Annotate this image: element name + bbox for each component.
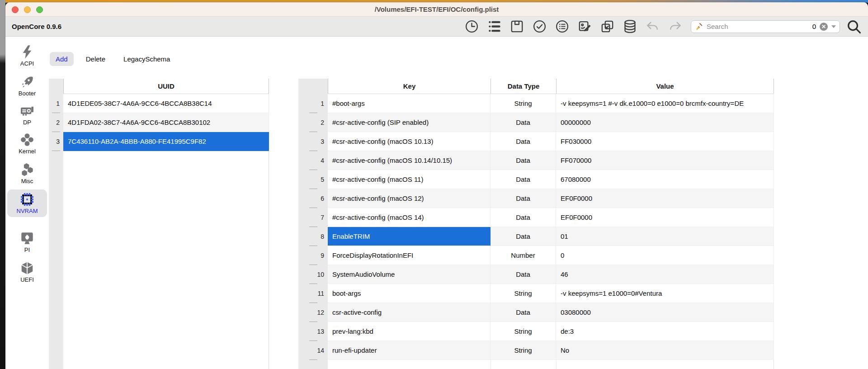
- chevron-down-icon[interactable]: [831, 25, 836, 28]
- snapshot-list-icon[interactable]: [487, 19, 502, 34]
- key-cell[interactable]: boot-args: [328, 284, 491, 303]
- value-cell[interactable]: EF0F0000: [556, 189, 774, 208]
- value-cell[interactable]: -v keepsyms=1 e1000=0#Ventura: [556, 284, 774, 303]
- nvram-table-row[interactable]: 11boot-argsString-v keepsyms=1 e1000=0#V…: [298, 284, 774, 303]
- key-cell[interactable]: #csr-active-config (macOS 14): [328, 208, 491, 227]
- uuid-table-row[interactable]: 14D1EDE05-38C7-4A6A-9CC6-4BCCA8B38C14: [49, 94, 269, 113]
- key-cell[interactable]: ForceDisplayRotationInEFI: [328, 246, 491, 265]
- value-cell[interactable]: 67080000: [556, 170, 774, 189]
- key-cell[interactable]: run-efi-updater: [328, 341, 491, 360]
- key-cell[interactable]: #csr-active-config (macOS 10.13): [328, 132, 491, 151]
- data-type-cell[interactable]: String: [491, 341, 556, 360]
- nvram-table-row[interactable]: 5#csr-active-config (macOS 11)Data670800…: [298, 170, 774, 189]
- nvram-table-row[interactable]: 7#csr-active-config (macOS 14)DataEF0F00…: [298, 208, 774, 227]
- row-number: 2: [49, 113, 63, 132]
- bolt-icon: [20, 45, 34, 59]
- value-column-header[interactable]: Value: [556, 79, 774, 94]
- save-icon[interactable]: [509, 19, 524, 34]
- key-cell[interactable]: #csr-active-config (macOS 12): [328, 189, 491, 208]
- undo-icon[interactable]: [645, 19, 660, 34]
- edit-plist-icon[interactable]: [577, 19, 592, 34]
- key-cell[interactable]: SystemAudioVolume: [328, 265, 491, 284]
- value-cell[interactable]: FF030000: [556, 132, 774, 151]
- search-input[interactable]: Search 0 ✕: [691, 20, 840, 33]
- key-cell[interactable]: csr-active-config: [328, 303, 491, 322]
- key-cell[interactable]: #csr-active-config (SIP enabled): [328, 113, 491, 132]
- key-cell[interactable]: prev-lang:kbd: [328, 322, 491, 341]
- row-number: 11: [298, 284, 328, 303]
- uuid-table-body: 14D1EDE05-38C7-4A6A-9CC6-4BCCA8B38C1424D…: [49, 94, 269, 151]
- key-cell[interactable]: #csr-active-config (macOS 10.14/10.15): [328, 151, 491, 170]
- nvram-table-row[interactable]: 9ForceDisplayRotationInEFINumber0: [298, 246, 774, 265]
- data-type-cell[interactable]: Data: [491, 208, 556, 227]
- key-column-header[interactable]: Key: [328, 79, 491, 94]
- clear-search-button[interactable]: ✕: [820, 23, 828, 31]
- data-type-cell[interactable]: Data: [491, 189, 556, 208]
- value-cell[interactable]: 03080000: [556, 303, 774, 322]
- key-cell[interactable]: #csr-active-config (macOS 11): [328, 170, 491, 189]
- sidebar-item-misc[interactable]: Misc: [7, 160, 47, 187]
- value-cell[interactable]: 01: [556, 227, 774, 246]
- tab-legacyschema[interactable]: LegacySchema: [118, 52, 176, 66]
- redo-icon[interactable]: [668, 19, 683, 34]
- sidebar-item-acpi[interactable]: ACPI: [7, 42, 47, 70]
- sidebar-item-label: DP: [23, 119, 31, 126]
- uuid-table-row[interactable]: 37C436110-AB2A-4BBB-A880-FE41995C9F82: [49, 132, 269, 151]
- sidebar-item-nvram[interactable]: NVRAM: [7, 189, 47, 217]
- uuid-column-header[interactable]: UUID: [63, 79, 269, 94]
- value-cell[interactable]: 46: [556, 265, 774, 284]
- kernel-icon: [20, 132, 34, 147]
- sidebar-item-kernel[interactable]: Kernel: [7, 130, 47, 157]
- data-type-cell[interactable]: Data: [491, 151, 556, 170]
- sidebar-item-uefi[interactable]: UEFI: [7, 258, 47, 286]
- nvram-table-row[interactable]: 2#csr-active-config (SIP enabled)Data000…: [298, 113, 774, 132]
- sync-icon[interactable]: [600, 19, 615, 34]
- uuid-table-row[interactable]: 24D1FDA02-38C7-4A6A-9CC6-4BCCA8B30102: [49, 113, 269, 132]
- titlebar: /Volumes/EFI-TEST/EFI/OC/config.plist: [5, 2, 868, 17]
- nvram-table-row[interactable]: 4#csr-active-config (macOS 10.14/10.15)D…: [298, 151, 774, 170]
- nvram-table-row[interactable]: 8EnableTRIMData01: [298, 227, 774, 246]
- nvram-table-row[interactable]: 10SystemAudioVolumeData46: [298, 265, 774, 284]
- data-type-cell[interactable]: Data: [491, 132, 556, 151]
- uuid-cell[interactable]: 4D1EDE05-38C7-4A6A-9CC6-4BCCA8B38C14: [63, 94, 269, 113]
- data-type-cell[interactable]: String: [491, 322, 556, 341]
- data-type-cell[interactable]: Number: [491, 246, 556, 265]
- data-type-cell[interactable]: Data: [491, 265, 556, 284]
- uuid-cell[interactable]: 4D1FDA02-38C7-4A6A-9CC6-4BCCA8B30102: [63, 113, 269, 132]
- data-type-column-header[interactable]: Data Type: [491, 79, 556, 94]
- value-cell[interactable]: 00000000: [556, 113, 774, 132]
- value-cell[interactable]: EF0F0000: [556, 208, 774, 227]
- data-type-cell[interactable]: String: [491, 94, 556, 113]
- tab-add[interactable]: Add: [50, 52, 74, 66]
- nvram-table-row[interactable]: 14run-efi-updaterStringNo: [298, 341, 774, 360]
- nvram-table-row[interactable]: 1#boot-argsString-v keepsyms=1 #-v dk.e1…: [298, 94, 774, 113]
- tab-delete[interactable]: Delete: [80, 52, 111, 66]
- nvram-table-row[interactable]: 6#csr-active-config (macOS 12)DataEF0F00…: [298, 189, 774, 208]
- nvram-table-row[interactable]: 3#csr-active-config (macOS 10.13)DataFF0…: [298, 132, 774, 151]
- database-icon[interactable]: [623, 19, 637, 34]
- sidebar-item-booter[interactable]: Booter: [7, 72, 47, 99]
- data-type-cell[interactable]: Data: [491, 227, 556, 246]
- sidebar-item-dp[interactable]: DP: [7, 101, 47, 128]
- nvram-table-row[interactable]: 12csr-active-configData03080000: [298, 303, 774, 322]
- validate-icon[interactable]: [532, 19, 547, 34]
- value-cell[interactable]: FF070000: [556, 151, 774, 170]
- value-cell[interactable]: No: [556, 341, 774, 360]
- value-cell[interactable]: de:3: [556, 322, 774, 341]
- oc-info-icon[interactable]: [555, 19, 570, 34]
- nvram-table-row[interactable]: 13prev-lang:kbdStringde:3: [298, 322, 774, 341]
- sidebar-item-pi[interactable]: PI: [7, 228, 47, 256]
- value-cell[interactable]: -v keepsyms=1 #-v dk.e1000=0 e1000=0 brc…: [556, 94, 774, 113]
- search-button[interactable]: [846, 19, 862, 34]
- key-cell[interactable]: #boot-args: [328, 94, 491, 113]
- value-cell[interactable]: 0: [556, 246, 774, 265]
- row-number: 12: [298, 303, 328, 322]
- data-type-cell[interactable]: Data: [491, 170, 556, 189]
- key-cell[interactable]: EnableTRIM: [328, 227, 491, 246]
- history-icon[interactable]: [464, 19, 479, 34]
- data-type-cell[interactable]: Data: [491, 113, 556, 132]
- data-type-cell[interactable]: String: [491, 284, 556, 303]
- uuid-cell[interactable]: 7C436110-AB2A-4BBB-A880-FE41995C9F82: [63, 132, 269, 151]
- data-type-cell[interactable]: Data: [491, 303, 556, 322]
- sidebar-item-label: ACPI: [20, 60, 34, 67]
